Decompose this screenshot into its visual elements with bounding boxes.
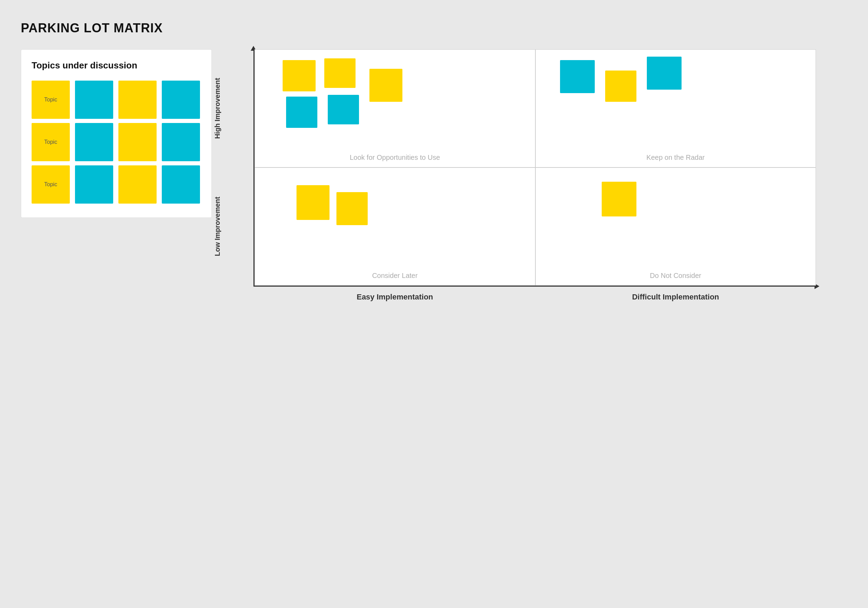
quadrant-label-bottom-left: Consider Later [255,272,535,280]
topic-card[interactable] [162,81,200,119]
x-axis-left-label: Easy Implementation [254,292,535,302]
page-title: PARKING LOT MATRIX [21,21,847,36]
topic-card[interactable] [75,123,113,161]
y-label-top: High Improvement [214,49,222,168]
quadrant-bottom-right: Do Not Consider [535,168,816,286]
topic-card[interactable] [162,165,200,204]
topic-card[interactable] [75,165,113,204]
topic-card[interactable] [118,165,157,204]
sticky-note[interactable] [324,58,355,88]
matrix-container: High Improvement Low Improvement Look fo… [232,49,847,300]
quadrant-label-bottom-right: Do Not Consider [536,272,816,280]
main-layout: Topics under discussion TopicTopicTopic … [21,49,847,300]
matrix-axes: High Improvement Low Improvement Look fo… [232,49,823,300]
topic-card[interactable] [75,81,113,119]
quadrant-bottom-left: Consider Later [254,168,535,286]
quadrant-top-right: Keep on the Radar [535,49,816,168]
topic-card-label: Topic [44,96,57,103]
topic-card[interactable] [118,123,157,161]
sticky-note[interactable] [647,57,682,90]
topic-card-label: Topic [44,139,57,145]
topic-card[interactable]: Topic [32,123,70,161]
topics-panel: Topics under discussion TopicTopicTopic [21,49,212,218]
y-axis-bottom-label: Low Improvement [214,197,222,256]
x-axis-right-label: Difficult Implementation [535,292,816,302]
x-axis-labels: Easy Implementation Difficult Implementa… [254,292,816,302]
quadrants-area: Look for Opportunities to UseKeep on the… [254,49,816,286]
sticky-note[interactable] [602,182,636,216]
quadrant-label-top-left: Look for Opportunities to Use [255,154,535,162]
topic-card[interactable]: Topic [32,81,70,119]
page: PARKING LOT MATRIX Topics under discussi… [0,0,868,320]
quadrant-label-top-right: Keep on the Radar [536,154,816,162]
y-label-bottom: Low Improvement [214,168,222,286]
topics-grid: TopicTopicTopic [32,81,201,204]
sticky-note[interactable] [286,96,317,128]
sticky-note[interactable] [328,95,359,124]
topic-card[interactable] [118,81,157,119]
sticky-note[interactable] [605,70,636,102]
sticky-note[interactable] [336,192,368,225]
sticky-note[interactable] [296,185,330,220]
sticky-note[interactable] [283,60,316,92]
y-axis-top-label: High Improvement [214,78,222,139]
topics-panel-title: Topics under discussion [32,60,201,71]
x-axis-line [253,286,816,287]
topic-card[interactable] [162,123,200,161]
quadrant-top-left: Look for Opportunities to Use [254,49,535,168]
y-labels-container: High Improvement Low Improvement [214,49,222,286]
sticky-note[interactable] [560,60,595,93]
topic-card-label: Topic [44,181,57,188]
sticky-note[interactable] [369,69,402,102]
topic-card[interactable]: Topic [32,165,70,204]
